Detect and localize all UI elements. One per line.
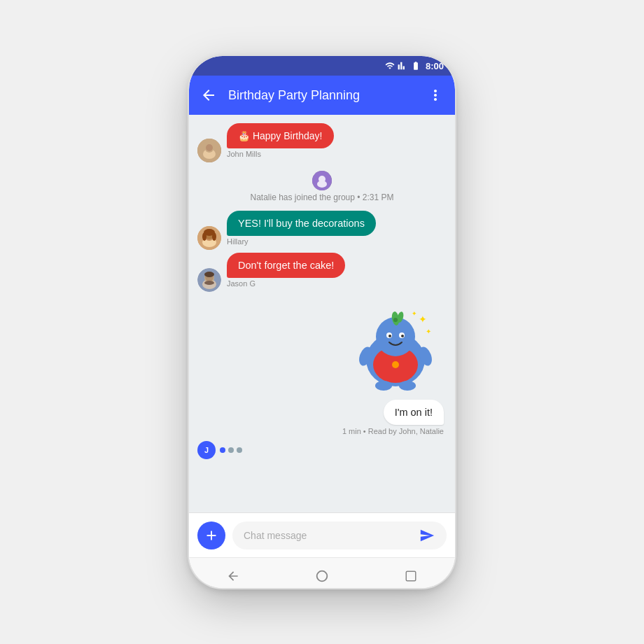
phone-screen: 8:00 Birthday Party Planning: [189, 56, 455, 588]
self-msg-wrap: I'm on it! 1 min • Read by John, Natalie: [342, 400, 444, 435]
svg-rect-39: [406, 571, 416, 581]
signal-icon: [398, 61, 407, 71]
typing-dots: [220, 447, 242, 453]
add-icon: [204, 528, 219, 543]
nav-back-icon: [226, 569, 240, 583]
svg-point-12: [202, 232, 206, 241]
bubble-john-partial: 🎂 Happy Birthday!: [227, 123, 334, 148]
sticker-area: ✦ ✦ ✦: [197, 300, 447, 391]
avatar-jason-face: [197, 268, 221, 292]
send-button[interactable]: [416, 524, 438, 547]
jason-text: Don't forget the cake!: [238, 260, 334, 271]
bubble-self: I'm on it!: [384, 400, 444, 425]
overflow-menu-button[interactable]: [421, 81, 449, 109]
svg-point-30: [392, 361, 399, 368]
bubble-text: 🎂 Happy Birthday!: [238, 130, 323, 141]
svg-point-36: [375, 381, 392, 391]
nav-home-icon: [314, 568, 330, 584]
self-text: I'm on it!: [395, 407, 433, 418]
svg-point-37: [399, 381, 416, 391]
nav-bar: [189, 557, 455, 588]
status-icons: [385, 61, 421, 71]
avatar-hillary-face: [197, 226, 221, 250]
back-arrow-icon: [200, 87, 217, 104]
message-john-partial: 🎂 Happy Birthday! John Mills: [197, 123, 447, 162]
dot-2: [228, 447, 234, 453]
nav-back-button[interactable]: [216, 559, 250, 589]
avatar-hillary: [197, 226, 221, 250]
system-avatar: [312, 171, 332, 190]
phone-device: 8:00 Birthday Party Planning: [189, 56, 455, 588]
battery-icon: [410, 61, 421, 71]
nav-recents-button[interactable]: [394, 559, 428, 589]
bubble-hillary: YES! I'll buy the decorations: [227, 211, 376, 236]
hillary-msg-group: YES! I'll buy the decorations Hillary: [227, 211, 376, 250]
chat-input[interactable]: [244, 530, 416, 541]
chat-input-wrapper[interactable]: [232, 522, 447, 550]
jason-msg-group: Don't forget the cake! Jason G: [227, 253, 345, 292]
typing-avatar-letter: J: [204, 446, 209, 454]
bubble-jason: Don't forget the cake!: [227, 253, 345, 278]
natalie-avatar: [312, 171, 332, 190]
back-button[interactable]: [195, 81, 223, 109]
avatar-jason: [197, 268, 221, 292]
message-hillary-row: YES! I'll buy the decorations Hillary: [197, 211, 447, 250]
app-bar: Birthday Party Planning: [189, 76, 455, 115]
typing-avatar: J: [197, 441, 216, 459]
svg-point-25: [388, 335, 391, 337]
nav-recents-icon: [405, 570, 417, 582]
svg-point-26: [401, 335, 404, 337]
sender-john: John Mills: [227, 150, 334, 158]
svg-text:✦: ✦: [419, 314, 427, 325]
system-message: Natalie has joined the group • 2:31 PM: [197, 171, 447, 202]
svg-text:✦: ✦: [426, 328, 431, 335]
input-bar: [189, 512, 455, 557]
dot-1: [220, 447, 225, 453]
self-message-row: I'm on it! 1 min • Read by John, Natalie: [197, 400, 447, 435]
status-bar: 8:00: [189, 56, 455, 76]
status-time: 8:00: [426, 61, 444, 71]
chat-area: 🎂 Happy Birthday! John Mills Natalie has…: [189, 115, 455, 512]
dot-3: [237, 447, 242, 453]
svg-point-13: [212, 232, 216, 241]
send-icon: [419, 528, 435, 543]
svg-point-18: [204, 272, 214, 277]
read-receipt: 1 min • Read by John, Natalie: [342, 427, 444, 435]
nav-home-button[interactable]: [305, 559, 339, 589]
svg-point-6: [318, 176, 326, 183]
chat-title: Birthday Party Planning: [223, 88, 421, 103]
svg-point-29: [393, 318, 398, 322]
sender-hillary: Hillary: [227, 237, 376, 246]
avatar-john: [197, 139, 221, 162]
svg-point-3: [206, 144, 213, 151]
avatar-john-face: [197, 139, 221, 162]
svg-text:✦: ✦: [412, 310, 417, 317]
sender-jason: Jason G: [227, 279, 345, 288]
svg-point-19: [204, 281, 214, 285]
wifi-icon: [385, 61, 395, 71]
svg-point-38: [317, 570, 328, 581]
typing-indicator: J: [197, 441, 447, 459]
add-button[interactable]: [197, 522, 225, 550]
hillary-text: YES! I'll buy the decorations: [238, 218, 365, 229]
sticker-character: ✦ ✦ ✦: [350, 300, 441, 391]
system-text: Natalie has joined the group • 2:31 PM: [251, 192, 394, 202]
more-vert-icon: [427, 87, 444, 104]
message-jason-row: Don't forget the cake! Jason G: [197, 253, 447, 292]
